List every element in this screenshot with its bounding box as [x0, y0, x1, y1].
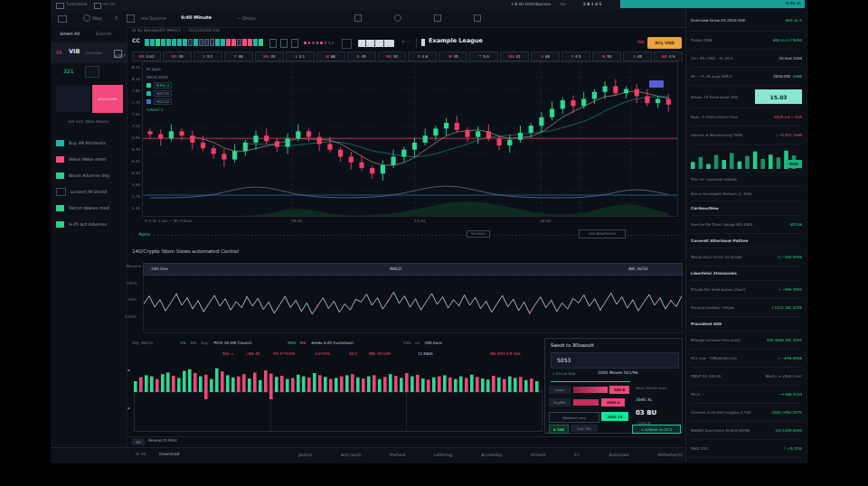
trade-button[interactable]: XCL USD [647, 37, 682, 49]
bar-style-icon[interactable] [280, 39, 288, 48]
app-grid-icon[interactable] [56, 3, 64, 9]
indicator-tag[interactable]: S4.1 [286, 51, 315, 61]
segmented-control[interactable] [358, 40, 394, 47]
footer-link[interactable]: Refresher(s) [657, 453, 682, 457]
layout-icon[interactable] [474, 14, 481, 22]
indicator-tag[interactable]: V88 [531, 51, 560, 61]
timeframe-chip[interactable] [177, 39, 182, 46]
footer-download[interactable]: Download [159, 453, 179, 457]
search-label[interactable]: Wap [92, 16, 102, 21]
footer-link[interactable]: Automate [609, 453, 629, 457]
sidebar-checkbox[interactable] [85, 66, 99, 78]
footer-link[interactable]: Prefund [390, 453, 405, 457]
event-row3-label[interactable]: Weakest very [549, 412, 599, 423]
indicator-tag[interactable]: P48 [224, 51, 253, 61]
combo-label[interactable]: ~ Ombo [237, 16, 256, 21]
indicator-tag[interactable]: T5.0 [469, 51, 498, 61]
timeframe-chip[interactable] [193, 39, 198, 46]
add-button[interactable]: · 5 [112, 16, 118, 21]
oscillator-cell[interactable]: AW 26/50 [628, 267, 648, 272]
timeframe-chip[interactable] [248, 39, 252, 46]
timeframe-chip[interactable] [150, 39, 155, 46]
timeframe-chip[interactable] [199, 39, 203, 46]
indicator-tag[interactable]: V5.2 [193, 51, 222, 61]
indicator-tag[interactable]: M88 [316, 51, 345, 61]
timeframe-chip[interactable] [183, 39, 187, 46]
event-teal-chip[interactable]: × A/Week 5x 07.0 [632, 425, 681, 434]
strip-apex-label[interactable]: ·Apex [136, 232, 152, 237]
timeframe-chip[interactable] [231, 39, 236, 46]
refresh-icon[interactable] [127, 14, 135, 23]
timeframe-chip[interactable] [145, 39, 149, 46]
event-row1-chip[interactable]: Lower [549, 386, 571, 394]
sidebar-menu-item[interactable]: 9-05 a/d Advenes [56, 217, 123, 231]
event-row2-chip[interactable]: BuyPal [549, 398, 571, 407]
promo-tile[interactable]: WOODLAND [92, 85, 123, 113]
footer-link[interactable]: Anti (and) [341, 453, 361, 457]
link-icon[interactable] [354, 14, 362, 22]
gear-icon[interactable] [394, 14, 401, 22]
preview-tile[interactable] [56, 86, 90, 112]
indicator-tag[interactable]: MA30 [255, 51, 284, 61]
volume-bars-chart[interactable] [134, 360, 542, 403]
search-icon[interactable] [83, 14, 90, 22]
bell-icon[interactable] [434, 14, 441, 22]
misc-control[interactable]: ≡ — [401, 41, 410, 45]
timeframe-chip[interactable] [166, 39, 171, 46]
sidebar-tab-extend[interactable]: Extend [96, 33, 111, 37]
indicator-tag[interactable]: M54.02 [132, 51, 161, 61]
strip-button-2[interactable]: ask Bearteries [579, 229, 626, 238]
indicator-tag[interactable]: MA41 [500, 51, 529, 61]
max-button[interactable]: MAX [786, 160, 802, 168]
oscillator-chart[interactable] [143, 276, 683, 333]
timeframe-chip[interactable] [204, 39, 209, 46]
row-value: ( ~#56 6906 [778, 356, 802, 360]
sidebar-menu-item[interactable]: Novel Adverse dep [56, 168, 123, 182]
timeframe-chip[interactable] [253, 39, 258, 46]
line-style-icon[interactable] [291, 39, 298, 48]
event-big-value: 5053 [557, 358, 571, 363]
timeframe-chip[interactable] [161, 39, 165, 46]
timeframe-chip[interactable] [215, 39, 220, 46]
indicator-tag[interactable]: P4.5 [561, 51, 590, 61]
menu-icon[interactable] [58, 15, 67, 23]
indicator-tag[interactable]: MA52 [378, 51, 407, 61]
footer-link[interactable]: E+ [574, 453, 580, 457]
indicator-tag[interactable]: M45 [439, 51, 467, 61]
footer-link[interactable]: Drivers [531, 453, 545, 457]
toolbar-checkbox[interactable] [342, 39, 352, 49]
candlestick-chart[interactable] [142, 61, 678, 217]
footer-link[interactable]: Letterlog [434, 453, 452, 457]
interval-label[interactable]: 9:40 Minute [181, 15, 212, 20]
indicator-tag[interactable]: M50 [592, 51, 621, 61]
sidebar-menu-item[interactable]: Locked /M Shield [56, 184, 123, 199]
footer-link[interactable]: Jardins [298, 453, 312, 457]
strip-button-1[interactable]: ferraton [467, 230, 490, 238]
oscillator-cell[interactable]: 240 Dev [151, 267, 168, 272]
indicator-dot [316, 42, 319, 44]
timeframe-chip[interactable] [242, 39, 247, 46]
indicator-tag[interactable]: MA45 [163, 51, 192, 61]
sidebar-menu-item[interactable]: Wave Make meet [56, 152, 123, 166]
timeframe-chip[interactable] [156, 39, 160, 46]
indicator-tag[interactable]: MA4.9 [654, 51, 683, 61]
sidebar-menu-item[interactable]: Buy 4R Moments [56, 136, 123, 150]
sidebar-tab-all[interactable]: Smart All [60, 33, 80, 37]
timeframe-chip[interactable] [259, 39, 263, 46]
timeframe-chip[interactable] [188, 39, 193, 46]
timeframe-chip[interactable] [226, 39, 231, 46]
sidebar-menu-item[interactable]: Falcon Wanes med [56, 201, 123, 215]
timeframe-chip[interactable] [210, 39, 214, 46]
timeframe-chip[interactable] [237, 39, 241, 46]
oscillator-cell[interactable]: MACD [390, 267, 402, 272]
footer-chip: IEE [132, 438, 145, 445]
footer-link[interactable]: Accessibly [481, 453, 502, 457]
timeframe-chip[interactable] [221, 39, 225, 46]
calendar-icon[interactable] [94, 3, 101, 9]
timeframe-chip[interactable] [172, 39, 176, 46]
indicator-tag[interactable]: B4.8 [408, 51, 437, 61]
indicator-tag[interactable]: S45 [623, 51, 652, 61]
indicator-tag[interactable]: R45 [347, 51, 376, 61]
candle-style-icon[interactable] [269, 39, 277, 48]
left-sidebar: Smart All Extend 03 VIB Common 321 WOODL… [51, 27, 127, 463]
